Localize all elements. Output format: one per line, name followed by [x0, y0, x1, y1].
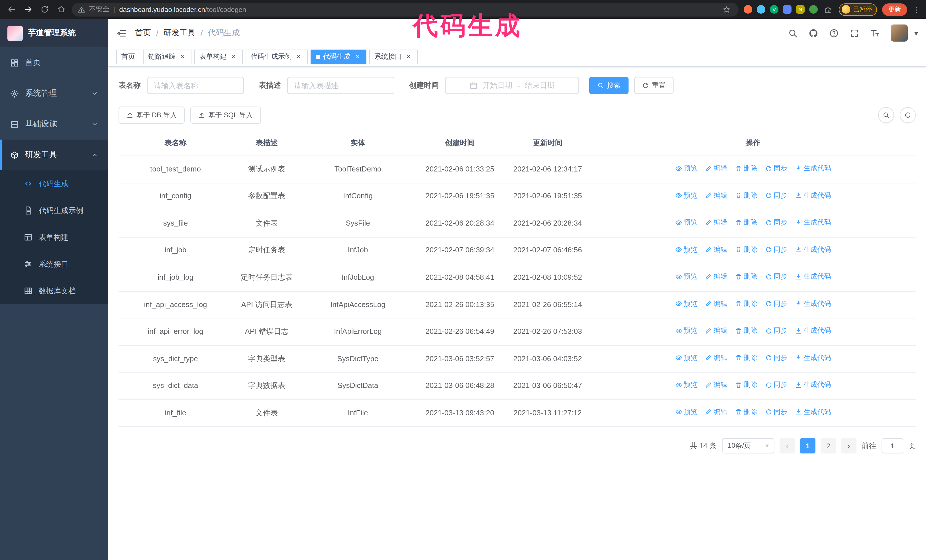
tag-codegen[interactable]: 代码生成×	[310, 49, 366, 64]
fullscreen-icon[interactable]	[850, 28, 859, 38]
security-label[interactable]: 不安全	[89, 5, 109, 14]
browser-home-button[interactable]	[55, 4, 67, 15]
delete-action[interactable]: 删除	[735, 190, 757, 201]
browser-forward-button[interactable]	[22, 4, 33, 15]
date-range-picker[interactable]: 开始日期 - 结束日期	[445, 77, 579, 94]
font-size-icon[interactable]	[870, 28, 880, 38]
sidebar-item-db-docs[interactable]: 数据库文档	[0, 278, 108, 304]
sync-action[interactable]: 同步	[765, 272, 787, 282]
sidebar-item-codegen-example[interactable]: 代码生成示例	[0, 197, 108, 224]
delete-action[interactable]: 删除	[735, 408, 757, 417]
delete-action[interactable]: 删除	[735, 299, 757, 309]
sidebar-item-home[interactable]: 首页	[0, 47, 108, 78]
delete-action[interactable]: 删除	[735, 353, 757, 363]
toggle-search-button[interactable]	[878, 107, 894, 123]
table-name-input[interactable]	[147, 77, 244, 94]
delete-action[interactable]: 删除	[735, 217, 757, 228]
edit-action[interactable]: 编辑	[705, 245, 728, 255]
sync-action[interactable]: 同步	[765, 163, 787, 174]
sidebar-item-dev-tools[interactable]: 研发工具	[0, 140, 108, 171]
browser-reload-button[interactable]	[39, 4, 50, 15]
edit-action[interactable]: 编辑	[705, 326, 728, 336]
browser-menu-icon[interactable]: ⋮	[912, 5, 920, 14]
delete-action[interactable]: 删除	[735, 380, 757, 390]
header-search-icon[interactable]	[788, 28, 798, 38]
preview-action[interactable]: 预览	[675, 299, 698, 309]
edit-action[interactable]: 编辑	[705, 190, 728, 201]
refresh-table-button[interactable]	[900, 107, 916, 123]
generate-code-action[interactable]: 生成代码	[795, 353, 831, 363]
goto-page-input[interactable]	[882, 438, 903, 454]
close-icon[interactable]: ×	[295, 53, 303, 61]
sync-action[interactable]: 同步	[765, 353, 787, 363]
generate-code-action[interactable]: 生成代码	[795, 326, 831, 336]
preview-action[interactable]: 预览	[675, 163, 698, 174]
page-size-select[interactable]: 10条/页 ▾	[722, 438, 775, 454]
sidebar-item-infrastructure[interactable]: 基础设施	[0, 109, 108, 140]
extension-icon[interactable]	[744, 5, 752, 14]
sidebar-logo[interactable]: 芋道管理系统	[0, 19, 108, 47]
edit-action[interactable]: 编辑	[705, 217, 728, 228]
import-sql-button[interactable]: 基于 SQL 导入	[191, 107, 261, 124]
delete-action[interactable]: 删除	[735, 245, 757, 255]
search-button[interactable]: 搜索	[589, 77, 628, 94]
preview-action[interactable]: 预览	[675, 380, 698, 390]
sync-action[interactable]: 同步	[765, 408, 787, 417]
edit-action[interactable]: 编辑	[705, 299, 728, 309]
tag-form-builder[interactable]: 表单构建×	[194, 49, 243, 64]
generate-code-action[interactable]: 生成代码	[795, 408, 831, 417]
import-db-button[interactable]: 基于 DB 导入	[118, 107, 185, 124]
edit-action[interactable]: 编辑	[705, 272, 728, 282]
preview-action[interactable]: 预览	[675, 326, 698, 336]
extension-icon[interactable]	[783, 5, 791, 14]
generate-code-action[interactable]: 生成代码	[795, 217, 831, 228]
extension-icon[interactable]	[757, 5, 765, 14]
avatar-caret-icon[interactable]: ▾	[914, 29, 918, 37]
edit-action[interactable]: 编辑	[705, 353, 728, 363]
sync-action[interactable]: 同步	[765, 190, 787, 201]
close-icon[interactable]: ×	[353, 53, 361, 61]
breadcrumb-item[interactable]: 研发工具	[163, 28, 195, 38]
hamburger-icon[interactable]	[108, 28, 135, 38]
delete-action[interactable]: 删除	[735, 272, 757, 282]
close-icon[interactable]: ×	[405, 53, 413, 61]
generate-code-action[interactable]: 生成代码	[795, 163, 831, 174]
delete-action[interactable]: 删除	[735, 326, 757, 336]
generate-code-action[interactable]: 生成代码	[795, 299, 831, 309]
sync-action[interactable]: 同步	[765, 245, 787, 255]
next-page-button[interactable]: ›	[841, 438, 856, 454]
edit-action[interactable]: 编辑	[705, 163, 728, 174]
browser-back-button[interactable]	[6, 4, 17, 15]
url-text[interactable]: dashboard.yudao.iocoder.cn/tool/codegen	[119, 5, 246, 14]
help-icon[interactable]	[829, 28, 839, 38]
preview-action[interactable]: 预览	[675, 190, 698, 201]
bookmark-star-icon[interactable]	[721, 4, 732, 15]
prev-page-button[interactable]: ‹	[779, 438, 795, 454]
sync-action[interactable]: 同步	[765, 299, 787, 309]
browser-profile-chip[interactable]: 已暂停	[839, 3, 877, 16]
github-icon[interactable]	[809, 28, 819, 38]
sidebar-item-codegen[interactable]: 代码生成	[0, 171, 108, 197]
generate-code-action[interactable]: 生成代码	[795, 190, 831, 201]
delete-action[interactable]: 删除	[735, 163, 757, 174]
edit-action[interactable]: 编辑	[705, 408, 728, 417]
extension-icon[interactable]: V	[770, 5, 778, 14]
sync-action[interactable]: 同步	[765, 217, 787, 228]
sync-action[interactable]: 同步	[765, 380, 787, 390]
tag-codegen-example[interactable]: 代码生成示例×	[246, 49, 308, 64]
breadcrumb-item[interactable]: 首页	[135, 28, 151, 38]
user-avatar[interactable]	[891, 24, 908, 42]
extension-icon[interactable]	[809, 5, 818, 14]
extensions-puzzle-icon[interactable]	[822, 4, 834, 15]
preview-action[interactable]: 预览	[675, 353, 698, 363]
page-button-2[interactable]: 2	[820, 438, 836, 454]
extension-icon[interactable]: N	[796, 5, 805, 14]
close-icon[interactable]: ×	[230, 53, 238, 61]
generate-code-action[interactable]: 生成代码	[795, 272, 831, 282]
page-button-1[interactable]: 1	[800, 438, 816, 454]
tag-system-api[interactable]: 系统接口×	[369, 49, 418, 64]
tag-trace[interactable]: 链路追踪×	[143, 49, 191, 64]
browser-update-button[interactable]: 更新	[882, 3, 907, 16]
close-icon[interactable]: ×	[179, 53, 186, 61]
sync-action[interactable]: 同步	[765, 326, 787, 336]
